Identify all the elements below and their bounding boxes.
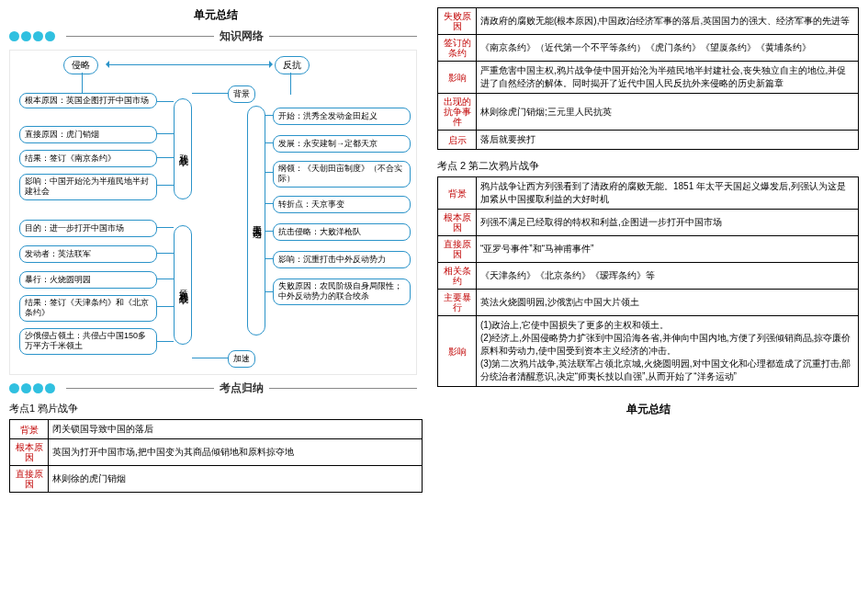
cell-val: 林则徐虎门销烟;三元里人民抗英 (477, 94, 859, 131)
cell-val: 《天津条约》《北京条约》《瑷珲条约》等 (477, 263, 859, 290)
cap-r3: 纲领：《天朝田亩制度》（不合实际） (273, 161, 411, 188)
cap-l9: 沙俄侵占领土：共侵占中国150多万平方千米领土 (19, 328, 157, 355)
cell-val: 落后就要挨打 (477, 131, 859, 150)
cap-r6: 影响：沉重打击中外反动势力 (273, 251, 411, 268)
knowledge-network-diagram: 侵略 反抗 背景 加速 鸦片战争 第二次鸦片战争 太平天国运动 根本原因：英国企… (9, 50, 417, 375)
cell-head: 相关条约 (438, 263, 477, 290)
cell-val: (1)政治上,它使中国损失了更多的主权和领土。 (2)经济上,外国侵略势力扩张到… (477, 316, 859, 387)
cap-l3: 结果：签订《南京条约》 (19, 150, 157, 167)
cap-l5: 目的：进一步打开中国市场 (19, 220, 157, 237)
section-label-network: 知识网络 (220, 28, 264, 44)
kd1b-table: 失败原因清政府的腐败无能(根本原因),中国政治经济军事的落后,英国国力的强大、经… (437, 7, 859, 150)
right-column: 失败原因清政府的腐败无能(根本原因),中国政治经济军事的落后,英国国力的强大、经… (432, 0, 868, 614)
cell-head: 出现的抗争事件 (438, 94, 477, 131)
kd2-title: 考点 2 第二次鸦片战争 (437, 159, 859, 173)
cap-l6: 发动者：英法联军 (19, 245, 157, 263)
cell-head: 影响 (438, 316, 477, 387)
left-column: 单元总结 知识网络 侵略 反抗 背景 加速 鸦片战争 第二次鸦片战争 太平天国运… (0, 0, 432, 614)
cap-l1: 根本原因：英国企图打开中国市场 (19, 93, 157, 108)
footer-title: 单元总结 (437, 402, 859, 417)
table-row: 主要暴行英法火烧圆明园,沙俄割占中国大片领土 (438, 290, 859, 316)
cap-r7: 失败原因：农民阶级自身局限性；中外反动势力的联合绞杀 (273, 279, 411, 305)
table-row: 根本原因列强不满足已经取得的特权和利益,企图进一步打开中国市场 (438, 210, 859, 236)
cap-l7: 暴行：火烧圆明园 (19, 271, 157, 289)
table-row: 启示落后就要挨打 (438, 131, 859, 150)
cell-head: 影响 (438, 62, 477, 94)
pill-resist: 反抗 (275, 56, 310, 74)
pill-dots-icon (9, 31, 55, 41)
pillar-opium1: 鸦片战争 (174, 98, 192, 199)
cell-val: 《南京条约》（近代第一个不平等条约）《虎门条约》《望厦条约》《黄埔条约》 (477, 35, 859, 62)
cap-l2: 直接原因：虎门销烟 (19, 126, 157, 143)
cap-r4: 转折点：天京事变 (273, 196, 411, 213)
kd1-title: 考点1 鸦片战争 (9, 402, 423, 415)
cell-head: 根本原因 (438, 210, 477, 236)
cell-head: 背景 (438, 177, 477, 210)
pill-invade: 侵略 (63, 56, 98, 74)
table-row: 背景闭关锁国导致中国的落后 (10, 420, 423, 439)
table-row: 相关条约《天津条约》《北京条约》《瑷珲条约》等 (438, 263, 859, 290)
cell-head: 直接原因 (438, 236, 477, 263)
cell-val: 严重危害中国主权,鸦片战争使中国开始沦为半殖民地半封建社会,丧失独立自主的地位,… (477, 62, 859, 94)
cap-l8: 结果：签订《天津条约》和《北京条约》 (19, 295, 157, 322)
cell-val: 英法火烧圆明园,沙俄割占中国大片领土 (477, 290, 859, 316)
table-row: 直接原因“亚罗号事件”和“马神甫事件” (438, 236, 859, 263)
table-row: 出现的抗争事件林则徐虎门销烟;三元里人民抗英 (438, 94, 859, 131)
page-title: 单元总结 (9, 7, 423, 23)
cell-head: 签订的条约 (438, 35, 477, 62)
table-row: 背景鸦片战争让西方列强看到了清政府的腐败无能。1851 年太平天国起义爆发后,列… (438, 177, 859, 210)
cell-val: 清政府的腐败无能(根本原因),中国政治经济军事的落后,英国国力的强大、经济军事的… (477, 8, 859, 35)
kd1-table: 背景闭关锁国导致中国的落后 根本原因英国为打开中国市场,把中国变为其商品倾销地和… (9, 419, 423, 493)
cell-head: 根本原因 (10, 439, 49, 466)
cell-val: 闭关锁国导致中国的落后 (49, 420, 423, 439)
cell-head: 主要暴行 (438, 290, 477, 316)
section-header-network: 知识网络 (9, 28, 423, 44)
cap-r5: 抗击侵略：大败洋枪队 (273, 223, 411, 241)
cell-head: 直接原因 (10, 466, 49, 493)
cell-head: 启示 (438, 131, 477, 150)
cap-r1: 开始：洪秀全发动金田起义 (273, 108, 411, 125)
cell-val: “亚罗号事件”和“马神甫事件” (477, 236, 859, 263)
table-row: 根本原因英国为打开中国市场,把中国变为其商品倾销地和原料掠夺地 (10, 439, 423, 466)
kd2-table: 背景鸦片战争让西方列强看到了清政府的腐败无能。1851 年太平天国起义爆发后,列… (437, 176, 859, 387)
section-label-points: 考点归纳 (220, 381, 264, 396)
pillar-opium2: 第二次鸦片战争 (174, 225, 192, 345)
pill-dots-icon-2 (9, 383, 55, 393)
section-header-points: 考点归纳 (9, 381, 423, 396)
pillar-taiping: 太平天国运动 (247, 106, 265, 335)
table-row: 失败原因清政府的腐败无能(根本原因),中国政治经济军事的落后,英国国力的强大、经… (438, 8, 859, 35)
cap-r2: 发展：永安建制→定都天京 (273, 135, 411, 153)
cell-val: 列强不满足已经取得的特权和利益,企图进一步打开中国市场 (477, 210, 859, 236)
table-row: 影响(1)政治上,它使中国损失了更多的主权和领土。 (2)经济上,外国侵略势力扩… (438, 316, 859, 387)
table-row: 签订的条约《南京条约》（近代第一个不平等条约）《虎门条约》《望厦条约》《黄埔条约… (438, 35, 859, 62)
table-row: 直接原因林则徐的虎门销烟 (10, 466, 423, 493)
cell-val: 鸦片战争让西方列强看到了清政府的腐败无能。1851 年太平天国起义爆发后,列强认… (477, 177, 859, 210)
label-accelerate: 加速 (228, 350, 255, 368)
cell-val: 英国为打开中国市场,把中国变为其商品倾销地和原料掠夺地 (49, 439, 423, 466)
cell-head: 背景 (10, 420, 49, 439)
cap-l4: 影响：中国开始沦为半殖民地半封建社会 (19, 174, 157, 200)
label-background: 背景 (228, 85, 255, 103)
table-row: 影响严重危害中国主权,鸦片战争使中国开始沦为半殖民地半封建社会,丧失独立自主的地… (438, 62, 859, 94)
cell-val: 林则徐的虎门销烟 (49, 466, 423, 493)
cell-head: 失败原因 (438, 8, 477, 35)
